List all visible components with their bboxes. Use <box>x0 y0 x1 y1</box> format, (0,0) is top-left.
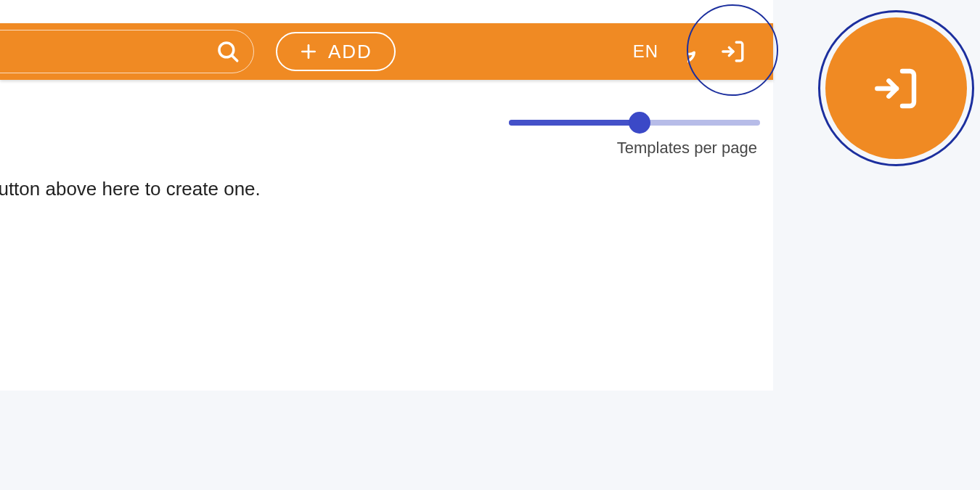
language-toggle[interactable]: EN <box>633 41 658 62</box>
callout-inner <box>825 17 967 159</box>
app-panel: ADD EN cted <box>0 0 773 391</box>
slider-label: Templates per page <box>617 139 760 158</box>
templates-per-page-slider[interactable] <box>509 120 760 126</box>
slider-fill <box>509 120 640 126</box>
search-field[interactable] <box>0 30 254 73</box>
login-button[interactable] <box>721 39 746 64</box>
templates-per-page-control: Templates per page <box>509 120 760 158</box>
slider-thumb[interactable] <box>629 112 650 134</box>
content-area: cted Templates per page or drag the butt… <box>0 80 773 200</box>
search-icon[interactable] <box>216 39 240 64</box>
view-row: cted Templates per page <box>0 120 773 158</box>
search-input[interactable] <box>0 41 216 63</box>
plus-icon <box>299 42 318 61</box>
login-icon-large <box>873 65 920 112</box>
add-button[interactable]: ADD <box>276 32 396 71</box>
svg-line-1 <box>232 56 237 61</box>
callout-highlight-large <box>818 10 974 166</box>
login-icon <box>721 39 746 64</box>
topbar: ADD EN <box>0 23 773 80</box>
add-button-label: ADD <box>328 41 372 63</box>
empty-state-hint: or drag the button above here to create … <box>0 178 773 200</box>
theme-toggle[interactable] <box>687 38 698 65</box>
